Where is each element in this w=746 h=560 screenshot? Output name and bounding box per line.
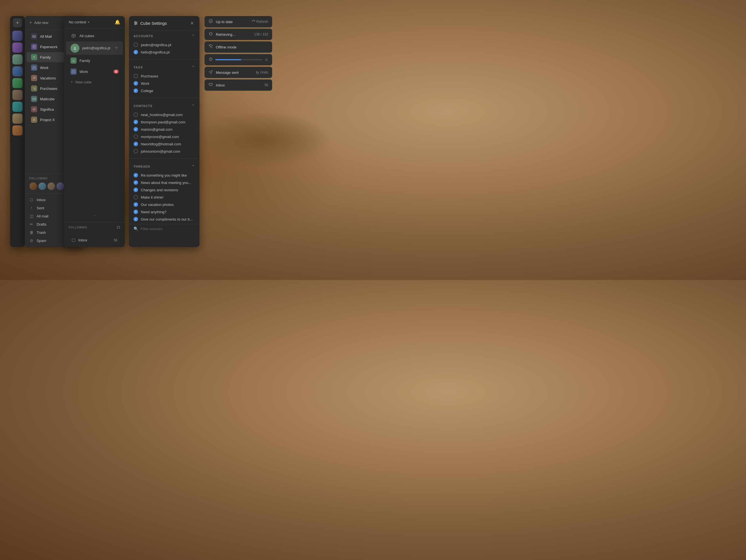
svg-point-23 — [135, 24, 136, 25]
filter-icon — [114, 46, 119, 51]
thread-checkbox[interactable] — [134, 180, 138, 185]
tag-checkbox[interactable] — [134, 81, 138, 86]
inbox-count: 56 — [114, 238, 117, 242]
contact-checkbox[interactable] — [134, 149, 138, 153]
workspace-dots[interactable] — [12, 114, 23, 124]
refresh-button[interactable]: Refresh — [252, 20, 268, 24]
progress-fill — [215, 59, 241, 60]
projectx-icon — [31, 117, 37, 123]
collapse-icon[interactable]: ⌃ — [192, 34, 195, 38]
cube-work[interactable]: Work 8 — [66, 66, 123, 77]
add-workspace-button[interactable]: + — [13, 18, 22, 27]
add-new-button[interactable]: + Add new — [29, 20, 49, 25]
progress-close-button[interactable]: ✕ — [264, 57, 268, 62]
vacations-icon — [31, 75, 37, 81]
workspace-photo[interactable] — [12, 54, 23, 64]
collapse-icon[interactable]: ⌃ — [192, 65, 195, 69]
notif-inbox[interactable]: Inbox 56 — [204, 80, 272, 91]
tag-checkbox[interactable] — [134, 88, 138, 93]
contact-6[interactable]: johnsontom@gmail.com — [134, 148, 195, 155]
search-icon: 🔍 — [134, 227, 138, 231]
contact-2[interactable]: thompson.paul@gmail.com — [134, 118, 195, 126]
notif-message-sent[interactable]: Message sent Undo — [204, 67, 272, 78]
workspace-grid[interactable] — [12, 31, 23, 41]
account-hello[interactable]: hello@significa.pt — [134, 49, 195, 56]
inbox-label: Inbox — [78, 238, 111, 242]
thread-4[interactable]: Make it shine! — [134, 194, 195, 201]
avatar[interactable] — [56, 182, 64, 190]
cube-all-cubes[interactable]: All cubes — [66, 30, 123, 41]
notif-up-to-date[interactable]: Up to date Refresh — [204, 16, 272, 27]
avatar[interactable] — [38, 182, 46, 190]
thread-checkbox[interactable] — [134, 195, 138, 200]
thread-1[interactable]: Re:something you might like — [134, 172, 195, 179]
tag-checkbox[interactable] — [134, 74, 138, 78]
accounts-section-header: ACCOUNTS ⌃ — [134, 34, 195, 38]
threads-label: THREADS — [134, 165, 150, 168]
refresh-icon — [252, 20, 255, 24]
svg-point-21 — [135, 21, 136, 23]
context-inbox-item[interactable]: ⬡ Inbox 56 — [69, 235, 120, 245]
tag-purchases[interactable]: Purchases — [134, 72, 195, 80]
thread-7[interactable]: Give our compliments to our b... — [134, 215, 195, 223]
contact-3[interactable]: marion@gmail.com — [134, 126, 195, 133]
contact-1[interactable]: neal_hoskins@gmail.com — [134, 111, 195, 118]
workspace-orange[interactable] — [12, 125, 23, 136]
thread-checkbox[interactable] — [134, 187, 138, 192]
family-cube-icon — [70, 57, 77, 64]
notif-progress: ✕ — [204, 54, 272, 65]
section-divider — [129, 98, 199, 98]
cube-pedro[interactable]: pedro@significa.pt — [66, 41, 123, 55]
all-mail-icon: ◫ — [29, 214, 34, 218]
context-following-header: FOLLOWING 21 — [69, 225, 120, 229]
plus-icon: + — [29, 20, 32, 25]
thread-checkbox[interactable] — [134, 202, 138, 207]
account-checkbox[interactable] — [134, 42, 138, 47]
thread-5[interactable]: Our vacation photos — [134, 201, 195, 208]
thread-2[interactable]: News about that meeting you... — [134, 179, 195, 186]
workspace-stripe[interactable] — [12, 90, 23, 100]
contact-checkbox[interactable] — [134, 112, 138, 117]
tag-work[interactable]: Work — [134, 80, 195, 87]
thread-checkbox[interactable] — [134, 173, 138, 177]
contact-label: thompson.paul@gmail.com — [141, 120, 185, 124]
contact-checkbox[interactable] — [134, 135, 138, 139]
collapse-icon[interactable]: ⌃ — [192, 104, 195, 108]
avatar[interactable] — [29, 182, 37, 190]
contact-checkbox[interactable] — [134, 127, 138, 131]
threads-section-header: THREADS ⌃ — [134, 164, 195, 169]
new-cube-button[interactable]: + New cube — [66, 77, 123, 87]
bell-icon[interactable]: 🔔 — [115, 20, 120, 25]
contact-4[interactable]: montycoos@gmail.com — [134, 133, 195, 140]
notif-offline[interactable]: Offline mode — [204, 41, 272, 53]
thread-6[interactable]: Need anything? — [134, 208, 195, 215]
collapse-icon[interactable]: ⌃ — [192, 164, 195, 169]
thread-checkbox[interactable] — [134, 217, 138, 222]
accounts-section: ACCOUNTS ⌃ pedro@significa.pt hello@sign… — [129, 30, 199, 57]
close-button[interactable]: ✕ — [189, 20, 195, 26]
tags-section-header: TAGS ⌃ — [134, 65, 195, 69]
workspace-active[interactable] — [12, 66, 23, 76]
notif-retrieving[interactable]: Retrieving... 136 / 152 — [204, 29, 272, 40]
filter-input[interactable] — [141, 227, 195, 231]
thread-3[interactable]: Changes and revisions — [134, 186, 195, 194]
account-checkbox[interactable] — [134, 50, 138, 54]
notif-label: Offline mode — [216, 45, 268, 49]
contact-checkbox[interactable] — [134, 142, 138, 146]
context-title-button[interactable]: No context ▾ — [69, 20, 89, 24]
account-pedro[interactable]: pedro@significa.pt — [134, 41, 195, 49]
workspace-purple[interactable] — [12, 42, 23, 53]
sync-icon — [208, 32, 213, 37]
undo-button[interactable]: Undo — [255, 70, 268, 75]
inbox-count: 56 — [264, 83, 268, 87]
workspace-teal[interactable] — [12, 102, 23, 112]
avatar[interactable] — [47, 182, 55, 190]
contact-checkbox[interactable] — [134, 120, 138, 124]
thread-checkbox[interactable] — [134, 210, 138, 214]
sent-icon: ↑ — [29, 206, 34, 210]
tag-college[interactable]: College — [134, 87, 195, 94]
contact-5[interactable]: hiworldtog@hotmail.com — [134, 140, 195, 148]
cube-family[interactable]: Family — [66, 55, 123, 66]
cube-label: Family — [80, 59, 119, 63]
workspace-green[interactable] — [12, 78, 23, 88]
